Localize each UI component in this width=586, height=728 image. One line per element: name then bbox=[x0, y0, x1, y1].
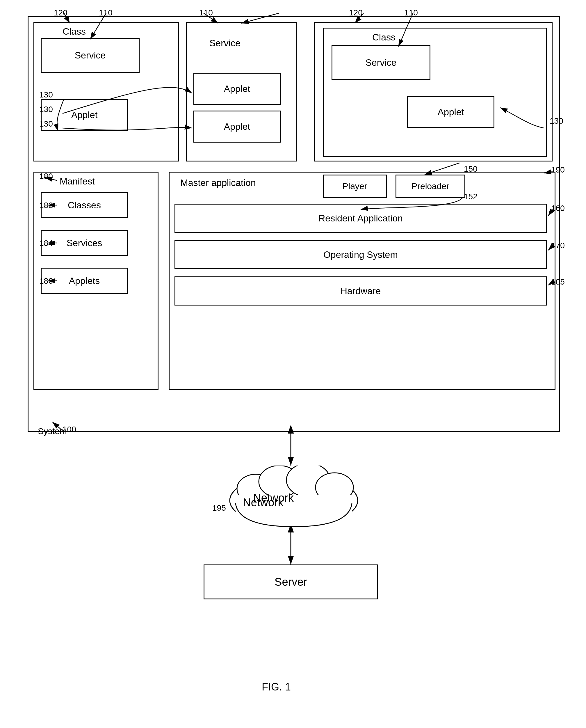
service-label-right: Service bbox=[366, 57, 397, 68]
label-184: 184 bbox=[39, 239, 53, 248]
applets-box: Applets bbox=[41, 268, 128, 294]
applet-label-middle-bottom: Applet bbox=[224, 121, 250, 132]
applet-box-right: Applet bbox=[407, 96, 495, 128]
classes-box: Classes bbox=[41, 192, 128, 218]
label-120a: 120 bbox=[54, 8, 68, 18]
hardware-label: Hardware bbox=[341, 286, 381, 296]
class-label-right: Class bbox=[372, 32, 396, 43]
label-120b: 120 bbox=[349, 8, 363, 18]
applets-label: Applets bbox=[69, 276, 100, 286]
fig-caption: FIG. 1 bbox=[262, 681, 291, 693]
applet-box-middle-bottom: Applet bbox=[193, 110, 281, 142]
resident-app-label: Resident Application bbox=[318, 213, 403, 224]
applet-label-right: Applet bbox=[438, 107, 464, 118]
service-box-right: Service bbox=[331, 45, 430, 80]
os-box: Operating System bbox=[175, 240, 547, 269]
manifest-label: Manifest bbox=[60, 176, 95, 187]
class-label-left: Class bbox=[62, 26, 86, 37]
label-180: 180 bbox=[39, 172, 53, 181]
applet-box-middle-top: Applet bbox=[193, 73, 281, 105]
label-170: 170 bbox=[551, 241, 565, 250]
label-130d: 130 bbox=[550, 116, 563, 126]
label-152: 152 bbox=[464, 192, 478, 201]
service-box-left: Service bbox=[41, 38, 140, 73]
preloader-box: Preloader bbox=[396, 175, 465, 198]
resident-app-box: Resident Application bbox=[175, 204, 547, 233]
label-110b: 110 bbox=[199, 8, 213, 18]
diagram: System Class Service Applet Service Appl… bbox=[0, 0, 586, 728]
label-110c: 110 bbox=[404, 8, 418, 18]
applet-box-left: Applet bbox=[41, 99, 128, 131]
network-label: Network bbox=[253, 492, 293, 504]
master-app-label: Master application bbox=[180, 178, 256, 188]
label-186: 186 bbox=[39, 277, 53, 286]
preloader-label: Preloader bbox=[411, 181, 449, 191]
server-label: Server bbox=[274, 576, 307, 588]
label-100: 100 bbox=[62, 425, 76, 434]
services-box: Services bbox=[41, 230, 128, 256]
label-150: 150 bbox=[464, 164, 478, 174]
label-130b: 130 bbox=[39, 105, 53, 114]
hardware-box: Hardware bbox=[175, 277, 547, 306]
player-label: Player bbox=[342, 181, 367, 191]
service-label-left: Service bbox=[75, 50, 106, 61]
label-160: 160 bbox=[551, 204, 565, 213]
classes-label: Classes bbox=[68, 200, 101, 211]
applet-label-middle-top: Applet bbox=[224, 83, 250, 94]
service-label-middle-top: Service bbox=[209, 38, 240, 49]
player-box: Player bbox=[323, 175, 387, 198]
services-label: Services bbox=[66, 238, 102, 249]
label-130c: 130 bbox=[39, 119, 53, 129]
applet-label-left: Applet bbox=[71, 110, 98, 121]
label-130a: 130 bbox=[39, 90, 53, 100]
label-182: 182 bbox=[39, 201, 53, 210]
server-box: Server bbox=[204, 565, 378, 599]
label-105: 105 bbox=[551, 277, 565, 287]
os-label: Operating System bbox=[323, 249, 398, 260]
network-cloud-svg: Network bbox=[221, 466, 367, 536]
label-190: 190 bbox=[551, 165, 565, 175]
label-110a: 110 bbox=[99, 8, 112, 18]
